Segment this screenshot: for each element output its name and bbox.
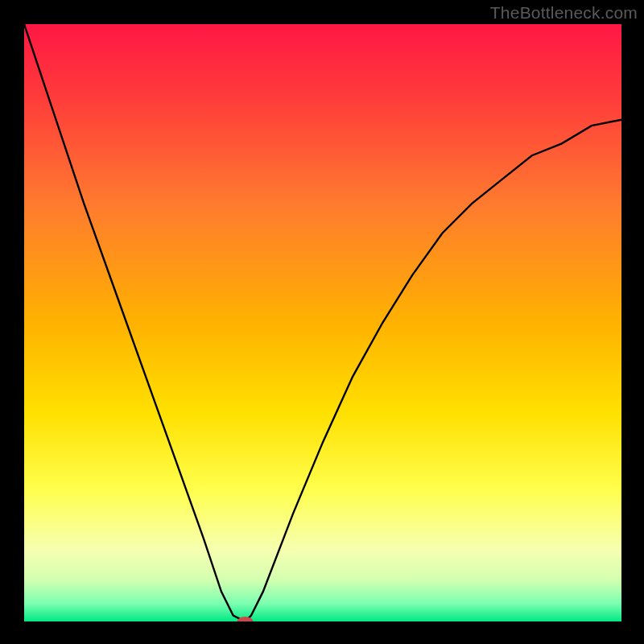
frame bbox=[621, 0, 644, 644]
frame bbox=[0, 0, 24, 644]
watermark-text: TheBottleneck.com bbox=[490, 3, 638, 23]
bottleneck-chart bbox=[0, 0, 644, 644]
frame bbox=[0, 621, 644, 644]
plot-background bbox=[24, 24, 621, 621]
chart-canvas: TheBottleneck.com bbox=[0, 0, 644, 644]
